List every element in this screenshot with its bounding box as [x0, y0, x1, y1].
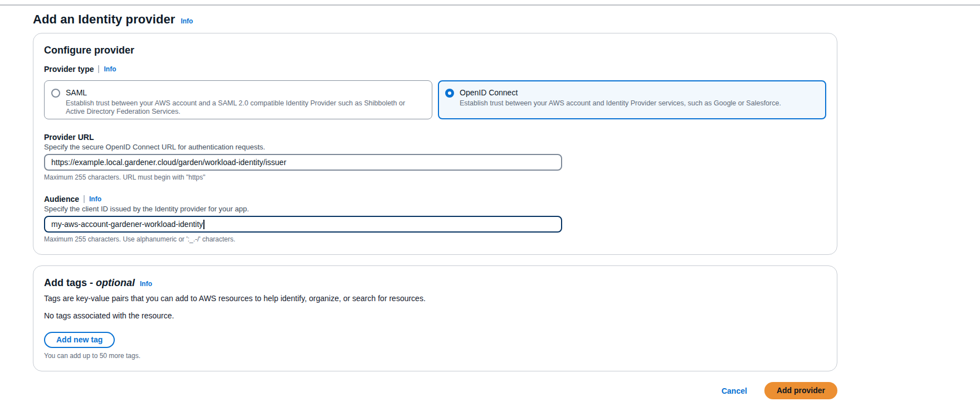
provider-type-label-row: Provider type Info	[44, 65, 826, 74]
tile-openid-connect[interactable]: OpenID Connect Establish trust between y…	[438, 80, 826, 119]
provider-type-label: Provider type	[44, 65, 94, 74]
add-tags-info-link[interactable]: Info	[140, 280, 152, 288]
tile-saml-description: Establish trust between your AWS account…	[66, 99, 424, 116]
main-content: Add an Identity provider Info Configure …	[33, 12, 837, 371]
optional-label: optional	[96, 277, 135, 288]
audience-description: Specify the client ID issued by the Iden…	[44, 205, 826, 213]
provider-url-input[interactable]	[44, 154, 562, 171]
tile-saml[interactable]: SAML Establish trust between your AWS ac…	[44, 80, 432, 119]
radio-openid-connect-icon[interactable]	[445, 89, 454, 98]
audience-info-link[interactable]: Info	[89, 195, 101, 203]
page-title: Add an Identity provider	[33, 12, 175, 27]
label-separator	[84, 195, 85, 203]
add-tags-card: Add tags - optional Info Tags are key-va…	[33, 265, 837, 371]
add-provider-button[interactable]: Add provider	[764, 382, 837, 399]
tile-saml-texts: SAML Establish trust between your AWS ac…	[66, 88, 424, 116]
tags-limit-text: You can add up to 50 more tags.	[44, 352, 826, 360]
tile-openid-texts: OpenID Connect Establish trust between y…	[460, 88, 798, 108]
audience-label: Audience	[44, 195, 79, 204]
add-tags-heading: Add tags - optional	[44, 277, 135, 289]
tile-openid-description: Establish trust between your AWS account…	[460, 99, 798, 108]
tile-openid-label: OpenID Connect	[460, 88, 798, 98]
page-header: Add an Identity provider Info	[33, 12, 837, 27]
provider-url-hint: Maximum 255 characters. URL must begin w…	[44, 173, 826, 181]
audience-input[interactable]: my-aws-account-gardener-workload-identit…	[44, 216, 562, 233]
configure-provider-card: Configure provider Provider type Info SA…	[33, 33, 837, 255]
text-cursor	[203, 220, 204, 229]
tags-description: Tags are key-value pairs that you can ad…	[44, 294, 826, 303]
add-tags-heading-row: Add tags - optional Info	[44, 277, 826, 289]
provider-url-field: Provider URL Specify the secure OpenID C…	[44, 133, 826, 181]
radio-saml-icon[interactable]	[51, 89, 60, 98]
configure-provider-heading: Configure provider	[44, 45, 826, 56]
add-new-tag-button[interactable]: Add new tag	[44, 332, 115, 348]
tile-saml-label: SAML	[66, 88, 424, 98]
form-actions: Cancel Add provider	[33, 382, 837, 399]
provider-type-info-link[interactable]: Info	[104, 65, 116, 73]
cancel-button[interactable]: Cancel	[721, 386, 747, 395]
provider-type-tiles: SAML Establish trust between your AWS ac…	[44, 80, 826, 119]
audience-input-value: my-aws-account-gardener-workload-identit…	[51, 220, 203, 229]
audience-label-row: Audience Info	[44, 195, 826, 204]
audience-field: Audience Info Specify the client ID issu…	[44, 195, 826, 243]
top-divider	[0, 0, 980, 6]
provider-url-description: Specify the secure OpenID Connect URL fo…	[44, 143, 826, 151]
audience-hint: Maximum 255 characters. Use alphanumeric…	[44, 235, 826, 243]
provider-url-label: Provider URL	[44, 133, 826, 142]
page-title-info-link[interactable]: Info	[181, 17, 193, 25]
label-separator	[98, 65, 99, 73]
tags-empty-text: No tags associated with the resource.	[44, 311, 826, 320]
